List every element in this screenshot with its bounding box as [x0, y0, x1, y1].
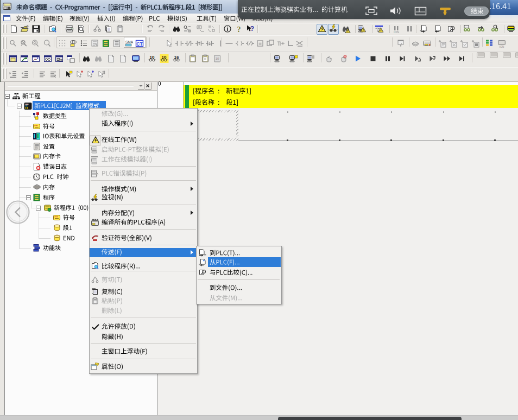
svg-text:?: ?: [237, 26, 241, 34]
svg-text:SMA: SMA: [125, 40, 134, 44]
svg-text:CT: CT: [136, 41, 143, 47]
svg-text:ION: ION: [394, 30, 399, 34]
svg-text:10: 10: [216, 57, 219, 60]
svg-text:ION: ION: [500, 45, 504, 48]
svg-text:?: ?: [250, 25, 254, 33]
